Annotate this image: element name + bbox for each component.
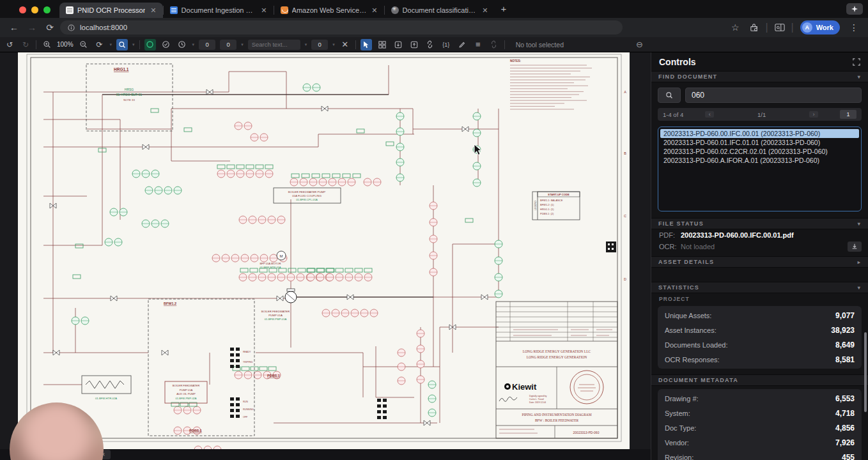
zoom-out-icon[interactable] bbox=[78, 39, 89, 50]
docs-favicon-icon bbox=[170, 6, 178, 14]
controls-panel: Controls FIND DOCUMENT ▾ 1-4 of 4 ‹ 1/1 … bbox=[651, 52, 868, 460]
back-button[interactable]: ← bbox=[6, 22, 22, 33]
download-button[interactable] bbox=[848, 241, 862, 252]
search-text-input[interactable] bbox=[248, 40, 300, 50]
legend-line-4: PDBS.1: (2) bbox=[540, 212, 554, 215]
tab-aws-signin[interactable]: Amazon Web Services Sign- ✕ bbox=[274, 3, 384, 18]
url-bar: ← → ⟳ localhost:8000 ☆ | | A Work ⋮ bbox=[0, 18, 868, 37]
asset-details-header[interactable]: ASSET DETAILS ▸ bbox=[651, 256, 868, 268]
grid-tool-icon[interactable] bbox=[376, 39, 388, 50]
document-result-item[interactable]: 20023313-PD-060.01.IFC.01.01 (20023313-P… bbox=[660, 138, 859, 147]
pid-diagram: HRG1.1 HRSG 01-HRSG-BLR-01 NOTE 33 NOTES… bbox=[18, 52, 630, 449]
minimize-window-button[interactable] bbox=[31, 6, 38, 13]
select-cursor-tool-icon[interactable] bbox=[360, 39, 372, 50]
count-field-1[interactable] bbox=[199, 40, 215, 50]
hrsg-note: NOTE 33 bbox=[123, 98, 135, 102]
legend-title: START-UP CODE bbox=[548, 193, 570, 196]
link-disabled-icon[interactable] bbox=[488, 39, 500, 50]
grid-letter-a: A bbox=[624, 90, 626, 94]
find-search-button[interactable] bbox=[658, 88, 681, 103]
stat-label: Documents Loaded: bbox=[665, 341, 727, 349]
rotate-icon[interactable]: ⟳ bbox=[94, 39, 105, 50]
pencil-tool-icon[interactable] bbox=[456, 39, 468, 50]
motor-line1: BFP 01A MOTOR bbox=[260, 262, 281, 265]
sidebar-scrollbar[interactable] bbox=[864, 332, 867, 412]
find-document-header[interactable]: FIND DOCUMENT ▾ bbox=[651, 71, 868, 82]
meta-value: 6,553 bbox=[835, 394, 855, 403]
bookmark-star-icon[interactable]: ☆ bbox=[727, 22, 743, 33]
redo-view-icon[interactable]: ↻ bbox=[20, 39, 31, 50]
meta-label: Vendor: bbox=[665, 439, 689, 447]
expand-panel-icon[interactable] bbox=[853, 58, 860, 66]
tab-close-icon[interactable]: ✕ bbox=[149, 6, 157, 15]
statistics-header[interactable]: STATISTICS ▾ bbox=[651, 282, 868, 293]
extensions-icon[interactable] bbox=[749, 23, 759, 33]
tab-doc-classification[interactable]: Document classification stra ✕ bbox=[385, 3, 495, 18]
sparkle-button[interactable] bbox=[846, 3, 863, 15]
site-info-icon bbox=[68, 24, 75, 31]
tab-ingestion-specs[interactable]: Document Ingestion Specs - ✕ bbox=[164, 3, 274, 18]
stat-value: 8,581 bbox=[835, 355, 855, 364]
search-icon bbox=[665, 91, 673, 99]
page-number-input[interactable] bbox=[840, 110, 856, 119]
heater-tag: 01-BFW-HTR-02A bbox=[95, 397, 117, 400]
browser-window: PNID OCR Processor ✕ Document Ingestion … bbox=[0, 0, 868, 460]
aws-favicon-icon bbox=[281, 6, 288, 14]
coupling-line3: 01-BFW-CPL-01A bbox=[296, 198, 318, 201]
tab-close-icon[interactable]: ✕ bbox=[481, 6, 489, 15]
document-result-item[interactable]: 20023313-PD-060.02.C2CR.02.01 (20023313-… bbox=[660, 147, 859, 156]
tab-close-icon[interactable]: ✕ bbox=[370, 6, 378, 15]
brace-count-tool[interactable]: {1} bbox=[440, 39, 452, 50]
sig-line3: Date: 2019.12.04 bbox=[529, 401, 546, 404]
count-field-2[interactable] bbox=[220, 40, 236, 50]
close-window-button[interactable] bbox=[19, 6, 26, 13]
prev-page-button[interactable]: ‹ bbox=[705, 111, 714, 118]
reset-view-icon[interactable]: ↺ bbox=[4, 39, 15, 50]
grid-letter-c: C bbox=[624, 214, 626, 218]
tab-title: PNID OCR Processor bbox=[77, 6, 145, 14]
link-tool-icon[interactable] bbox=[424, 39, 436, 50]
profile-button[interactable]: A Work bbox=[800, 20, 840, 34]
box-export-tool-icon[interactable] bbox=[392, 39, 404, 50]
avatar: A bbox=[802, 22, 812, 33]
meta-label: Drawing #: bbox=[665, 395, 699, 402]
reload-button[interactable]: ⟳ bbox=[42, 22, 58, 33]
find-document-input[interactable] bbox=[685, 88, 862, 103]
document-metadata-header[interactable]: DOCUMENT METADATA bbox=[651, 374, 868, 386]
forward-button[interactable]: → bbox=[24, 22, 40, 33]
file-status-header[interactable]: FILE STATUS ▾ bbox=[651, 218, 868, 229]
next-page-button[interactable]: › bbox=[809, 111, 818, 118]
side-panel-icon[interactable] bbox=[775, 23, 785, 32]
sparkle-icon bbox=[851, 6, 858, 12]
document-result-item[interactable]: 20023313-PD-060.00.IFC.00.01 (20023313-P… bbox=[660, 129, 859, 138]
box-import-tool-icon[interactable] bbox=[408, 39, 420, 50]
hrsg-tag: 01-HRSG-BLR-01 bbox=[116, 93, 143, 96]
count-field-3[interactable] bbox=[311, 40, 328, 50]
legend-line-1: BFW1.1: BALANCE bbox=[540, 199, 563, 202]
project-subheader: PROJECT bbox=[651, 293, 868, 303]
browser-menu-icon[interactable]: ⋮ bbox=[846, 22, 862, 33]
address-field[interactable]: localhost:8000 bbox=[60, 20, 623, 34]
stat-value: 8,649 bbox=[835, 341, 855, 349]
pump-line2: PUMP 01A bbox=[268, 314, 283, 317]
stat-value: 9,077 bbox=[835, 311, 855, 320]
clear-icon[interactable]: ✕ bbox=[339, 39, 351, 50]
company-line1: LONG RIDGE ENERGY GENERATION LLC bbox=[523, 349, 591, 353]
document-result-item[interactable]: 20023313-PD-060.A.IFOR.A.01 (20023313-PD… bbox=[660, 156, 859, 165]
check-circle-icon[interactable] bbox=[160, 39, 172, 50]
document-canvas[interactable]: HRG1.1 HRSG 01-HRSG-BLR-01 NOTE 33 NOTES… bbox=[18, 52, 630, 449]
search-tool-icon[interactable] bbox=[116, 39, 128, 50]
meta-label: System: bbox=[665, 410, 690, 417]
zoom-in-icon[interactable] bbox=[41, 39, 52, 50]
collapse-panel-icon[interactable]: ⊖ bbox=[636, 40, 643, 49]
history-clock-icon[interactable] bbox=[176, 39, 188, 50]
tab-pnid-ocr[interactable]: PNID OCR Processor ✕ bbox=[59, 3, 163, 18]
meta-label: Doc Type: bbox=[665, 424, 696, 432]
hrsg-label: HRSG bbox=[125, 88, 134, 91]
tab-close-icon[interactable]: ✕ bbox=[260, 6, 268, 15]
maximize-window-button[interactable] bbox=[43, 6, 50, 13]
list-tool-icon[interactable]: ≡ bbox=[472, 39, 484, 50]
tab-strip: PNID OCR Processor ✕ Document Ingestion … bbox=[0, 0, 868, 18]
new-tab-button[interactable]: + bbox=[495, 3, 513, 18]
circle-annotation-icon[interactable] bbox=[144, 39, 156, 50]
